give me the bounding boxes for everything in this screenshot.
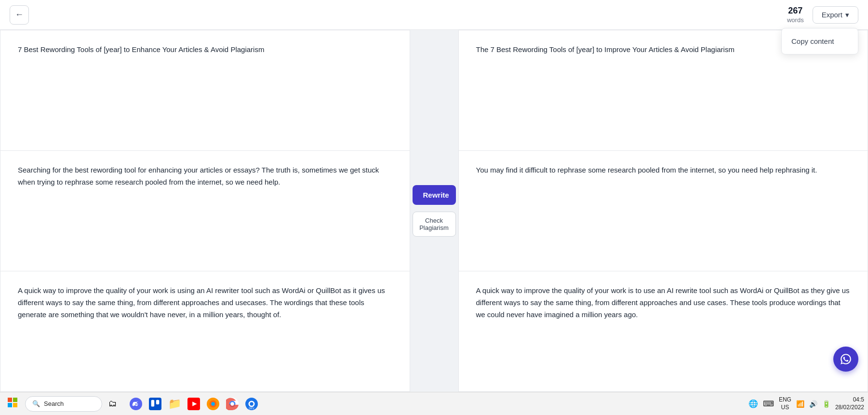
top-bar: ← 267 words Export ▾ bbox=[0, 0, 868, 30]
right-panel-3: A quick way to improve the quality of yo… bbox=[458, 271, 868, 392]
right-text-3: A quick way to improve the quality of yo… bbox=[476, 286, 850, 319]
right-text-1: The 7 Best Rewording Tools of [year] to … bbox=[476, 45, 734, 54]
left-column: 7 Best Rewording Tools of [year] to Enha… bbox=[0, 30, 410, 392]
windows-icon bbox=[8, 398, 17, 410]
svg-rect-2 bbox=[8, 403, 12, 407]
left-panel-2: Searching for the best rewording tool fo… bbox=[0, 151, 410, 271]
firefox-app[interactable] bbox=[204, 395, 222, 413]
svg-rect-5 bbox=[149, 398, 161, 410]
taskbar-globe-icon: 🌐 bbox=[748, 399, 758, 408]
taskbar-volume-icon: 🔊 bbox=[809, 400, 817, 408]
taskbar-date-value: 28/02/2022 bbox=[835, 404, 864, 412]
word-count-label: words bbox=[787, 16, 804, 24]
files-app[interactable]: 📁 bbox=[166, 395, 183, 413]
files-icon: 📁 bbox=[168, 398, 181, 410]
left-panel-1: 7 Best Rewording Tools of [year] to Enha… bbox=[0, 30, 410, 151]
left-text-3: A quick way to improve the quality of yo… bbox=[18, 286, 385, 319]
taskview-button[interactable]: 🗂 bbox=[104, 395, 121, 413]
youtube-icon bbox=[187, 398, 200, 410]
taskview-icon: 🗂 bbox=[108, 399, 117, 409]
svg-point-18 bbox=[250, 402, 253, 405]
copy-content-item[interactable]: Copy content bbox=[782, 32, 858, 50]
svg-rect-0 bbox=[8, 398, 12, 402]
trello-icon bbox=[149, 398, 161, 410]
right-text-2: You may find it difficult to rephrase so… bbox=[476, 166, 817, 174]
back-button[interactable]: ← bbox=[10, 5, 29, 25]
svg-rect-3 bbox=[13, 403, 17, 407]
svg-point-12 bbox=[211, 402, 214, 405]
taskbar-keyboard-icon: ⌨ bbox=[763, 399, 774, 408]
chat-bubble-button[interactable] bbox=[833, 347, 858, 372]
export-dropdown: Copy content bbox=[781, 28, 858, 54]
svg-point-4 bbox=[130, 398, 142, 410]
taskbar-apps: 📁 bbox=[127, 395, 260, 413]
right-column: The 7 Best Rewording Tools of [year] to … bbox=[458, 30, 868, 392]
firefox-icon bbox=[207, 398, 219, 410]
discord-app[interactable] bbox=[127, 395, 145, 413]
taskbar-battery-icon: 🔋 bbox=[822, 400, 830, 408]
taskbar-search-box[interactable]: 🔍 Search bbox=[25, 396, 102, 412]
svg-rect-7 bbox=[156, 400, 160, 404]
svg-point-15 bbox=[230, 402, 234, 405]
taskbar-search-text: Search bbox=[44, 400, 64, 407]
rewrite-button[interactable]: Rewrite bbox=[413, 185, 456, 205]
chat-icon bbox=[840, 353, 852, 365]
trello-app[interactable] bbox=[147, 395, 164, 413]
right-panel-2: You may find it difficult to rephrase so… bbox=[458, 151, 868, 271]
export-button[interactable]: Export ▾ bbox=[813, 6, 858, 24]
svg-rect-6 bbox=[151, 400, 155, 406]
system-tray: 🌐 ⌨ ENGUS 📶 🔊 🔋 04:5 28/02/2022 bbox=[748, 396, 864, 411]
taskbar-clock: 04:5 28/02/2022 bbox=[835, 396, 864, 411]
youtube-app[interactable] bbox=[185, 395, 202, 413]
taskbar-wifi-icon: 📶 bbox=[796, 400, 804, 408]
discord-icon bbox=[130, 398, 142, 410]
chrome-dev-app[interactable]: DEV bbox=[243, 395, 260, 413]
taskbar-time-value: 04:5 bbox=[835, 396, 864, 404]
taskbar-language: ENGUS bbox=[779, 396, 791, 411]
export-label: Export bbox=[822, 11, 842, 19]
back-icon: ← bbox=[15, 10, 24, 20]
svg-rect-1 bbox=[13, 398, 17, 402]
chrome-dev-icon: DEV bbox=[245, 398, 258, 410]
left-panel-3: A quick way to improve the quality of yo… bbox=[0, 271, 410, 392]
check-plagiarism-button[interactable]: Check Plagiarism bbox=[413, 212, 456, 237]
export-chevron-icon: ▾ bbox=[845, 11, 849, 19]
middle-column: Rewrite Check Plagiarism bbox=[410, 30, 458, 392]
taskbar-search-icon: 🔍 bbox=[32, 400, 40, 407]
word-count-number: 267 bbox=[787, 6, 804, 16]
svg-text:DEV: DEV bbox=[249, 407, 254, 410]
windows-start-button[interactable] bbox=[4, 395, 21, 413]
taskbar: 🔍 Search 🗂 📁 bbox=[0, 392, 868, 415]
left-text-1: 7 Best Rewording Tools of [year] to Enha… bbox=[18, 45, 264, 54]
chrome-app[interactable] bbox=[224, 395, 241, 413]
chrome-icon bbox=[226, 398, 239, 410]
left-text-2: Searching for the best rewording tool fo… bbox=[18, 166, 379, 186]
main-grid: 7 Best Rewording Tools of [year] to Enha… bbox=[0, 30, 868, 392]
word-count-display: 267 words bbox=[787, 6, 804, 24]
